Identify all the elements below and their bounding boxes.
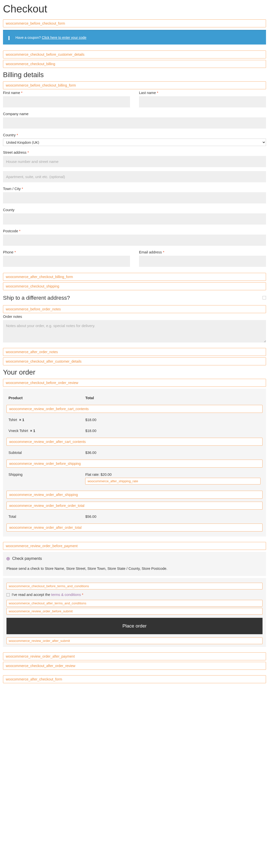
- town-input[interactable]: [3, 192, 266, 204]
- hook-checkout-before-terms: woocommerce_checkout_before_terms_and_co…: [6, 583, 263, 589]
- ship-heading: Ship to a different address?: [3, 295, 70, 301]
- hook-review-after-submit: woocommerce_review_order_after_submit: [6, 638, 263, 644]
- notes-label: Order notes: [3, 315, 266, 319]
- first-name-label: First name *: [3, 91, 130, 95]
- hook-before-order-notes: woocommerce_before_order_notes: [3, 305, 266, 313]
- coupon-link[interactable]: Click here to enter your code: [42, 36, 86, 39]
- total-value: $56.00: [83, 511, 263, 522]
- cart-item-row: Tshirt × 1 $18.00: [6, 414, 263, 425]
- hook-review-before-cart: woocommerce_review_order_before_cart_con…: [6, 405, 263, 413]
- subtotal-label: Subtotal: [6, 447, 83, 458]
- street-input-2[interactable]: [3, 171, 266, 182]
- billing-heading: Billing details: [3, 71, 266, 79]
- company-label: Company name: [3, 112, 266, 116]
- notes-textarea[interactable]: [3, 320, 266, 342]
- county-label: County: [3, 208, 266, 212]
- phone-input[interactable]: [3, 256, 130, 267]
- payment-radio-check[interactable]: [6, 557, 10, 560]
- phone-label: Phone *: [3, 250, 130, 254]
- product-header: Product: [6, 392, 83, 403]
- total-label: Total: [6, 511, 83, 522]
- hook-review-after-total: woocommerce_review_order_after_order_tot…: [6, 524, 263, 531]
- town-label: Town / City *: [3, 187, 266, 191]
- payment-method-label: Check payments: [12, 556, 42, 561]
- terms-box: woocommerce_checkout_before_terms_and_co…: [3, 578, 266, 647]
- hook-before-order-review: woocommerce_checkout_before_order_review: [3, 379, 266, 387]
- order-review-box: Product Total woocommerce_review_order_b…: [3, 389, 266, 536]
- hook-review-after-cart: woocommerce_review_order_after_cart_cont…: [6, 438, 263, 446]
- street-input-1[interactable]: [3, 156, 266, 167]
- hook-review-before-payment: woocommerce_review_order_before_payment: [3, 542, 266, 550]
- hook-review-before-total: woocommerce_review_order_before_order_to…: [6, 502, 263, 509]
- hook-after-checkout-form: woocommerce_after_checkout_form: [3, 675, 266, 683]
- subtotal-value: $36.00: [83, 447, 263, 458]
- hook-before-billing-form: woocommerce_before_checkout_billing_form: [3, 81, 266, 89]
- hook-after-shipping-rate: woocommerce_after_shipping_rate: [85, 478, 261, 485]
- hook-after-order-notes: woocommerce_after_order_notes: [3, 348, 266, 356]
- hook-checkout-billing: woocommerce_checkout_billing: [3, 60, 266, 68]
- hook-checkout-after-terms: woocommerce_checkout_after_terms_and_con…: [6, 600, 263, 607]
- postcode-input[interactable]: [3, 235, 266, 246]
- company-input[interactable]: [3, 117, 266, 129]
- country-select[interactable]: United Kingdom (UK): [3, 138, 266, 146]
- hook-checkout-shipping: woocommerce_checkout_shipping: [3, 282, 266, 290]
- last-name-label: Last name *: [139, 91, 266, 95]
- hook-review-after-ship: woocommerce_review_order_after_shipping: [6, 491, 263, 499]
- hook-checkout-before-customer: woocommerce_checkout_before_customer_det…: [3, 51, 266, 58]
- email-label: Email address *: [139, 250, 266, 254]
- payment-description: Please send a check to Store Name, Store…: [6, 566, 263, 571]
- hook-after-billing-form: woocommerce_after_checkout_billing_form: [3, 273, 266, 281]
- page-title: Checkout: [3, 3, 266, 15]
- hook-review-after-payment: woocommerce_review_order_after_payment: [3, 652, 266, 660]
- total-header: Total: [83, 392, 263, 403]
- order-heading: Your order: [3, 368, 266, 376]
- ship-different-checkbox[interactable]: [263, 296, 266, 300]
- cart-item-row: Vneck Tshirt × 1 $18.00: [6, 425, 263, 436]
- coupon-banner[interactable]: Have a coupon? Click here to enter your …: [3, 30, 266, 44]
- email-input[interactable]: [139, 256, 266, 267]
- street-label: Street address *: [3, 151, 266, 154]
- shipping-value: Flat rate: $20.00: [85, 472, 261, 476]
- postcode-label: Postcode *: [3, 229, 266, 233]
- county-input[interactable]: [3, 213, 266, 225]
- shipping-label: Shipping: [6, 469, 83, 489]
- hook-review-before-submit: woocommerce_review_order_before_submit: [6, 608, 263, 615]
- place-order-button[interactable]: Place order: [6, 618, 263, 634]
- terms-link[interactable]: terms & conditions: [51, 593, 81, 597]
- country-label: Country *: [3, 133, 266, 137]
- hook-before-checkout-form: woocommerce_before_checkout_form: [3, 20, 266, 27]
- coupon-text: Have a coupon?: [16, 36, 41, 39]
- terms-checkbox[interactable]: [6, 593, 10, 596]
- first-name-input[interactable]: [3, 96, 130, 107]
- last-name-input[interactable]: [139, 96, 266, 107]
- hook-checkout-after-customer: woocommerce_checkout_after_customer_deta…: [3, 358, 266, 365]
- hook-review-before-ship: woocommerce_review_order_before_shipping: [6, 460, 263, 468]
- payment-box: Check payments Please send a check to St…: [3, 552, 266, 576]
- hook-after-order-review: woocommerce_checkout_after_order_review: [3, 662, 266, 670]
